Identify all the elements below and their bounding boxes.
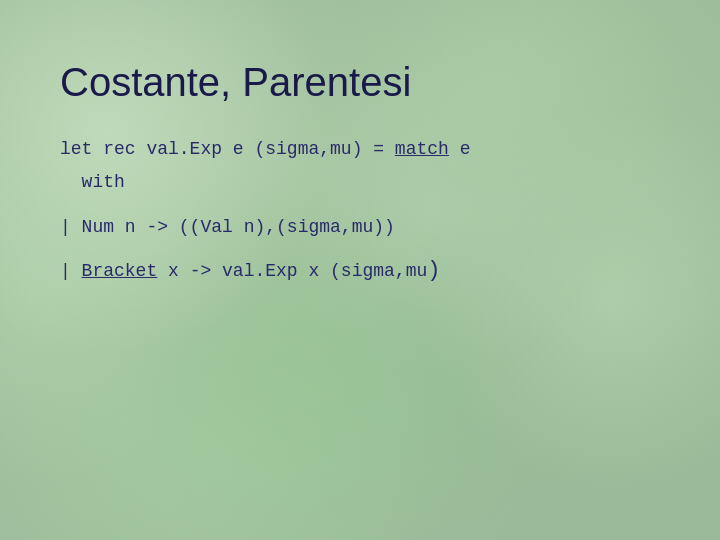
code-match-keyword: match (395, 139, 449, 159)
code-text-4b: x -> val.Exp x (sigma,mu) (157, 261, 440, 281)
code-text-3: | Num n -> ((Val n),(sigma,mu)) (60, 217, 395, 237)
code-block: let rec val.Exp e (sigma,mu) = match e w… (60, 135, 660, 286)
code-bracket-keyword: Bracket (82, 261, 158, 281)
code-line-1: let rec val.Exp e (sigma,mu) = match e (60, 135, 660, 164)
code-text-2: with (60, 172, 125, 192)
slide-content: Costante, Parentesi let rec val.Exp e (s… (60, 60, 660, 500)
code-line-3: | Num n -> ((Val n),(sigma,mu)) (60, 213, 660, 242)
slide-title: Costante, Parentesi (60, 60, 660, 105)
code-text-4a: | (60, 261, 82, 281)
slide-background: Costante, Parentesi let rec val.Exp e (s… (0, 0, 720, 540)
code-text-1a: let rec val.Exp e (sigma,mu) = (60, 139, 395, 159)
code-text-1b: e (449, 139, 471, 159)
code-line-4: | Bracket x -> val.Exp x (sigma,mu) (60, 257, 660, 286)
code-line-2: with (60, 168, 660, 197)
